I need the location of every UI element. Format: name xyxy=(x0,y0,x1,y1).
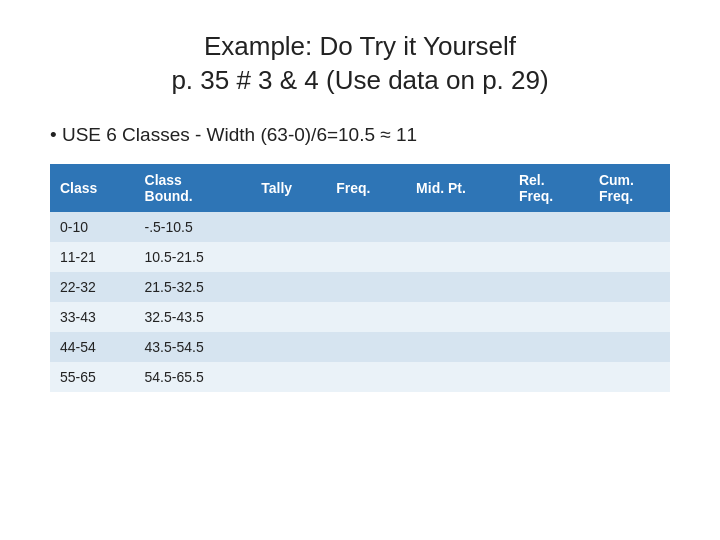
col-header-freq: Freq. xyxy=(326,164,406,212)
table-cell: 55-65 xyxy=(50,362,135,392)
title-block: Example: Do Try it Yourself p. 35 # 3 & … xyxy=(50,30,670,98)
table-cell xyxy=(589,362,670,392)
col-header-tally: Tally xyxy=(251,164,326,212)
table-cell xyxy=(406,332,509,362)
table-row: 22-3221.5-32.5 xyxy=(50,272,670,302)
table-row: 0-10-.5-10.5 xyxy=(50,212,670,242)
table-cell xyxy=(509,212,589,242)
title-line2: p. 35 # 3 & 4 (Use data on p. 29) xyxy=(171,65,548,95)
table-header-row: Class ClassBound. Tally Freq. Mid. Pt. R… xyxy=(50,164,670,212)
table-cell xyxy=(251,212,326,242)
table-cell xyxy=(251,362,326,392)
table-cell: 33-43 xyxy=(50,302,135,332)
table-cell xyxy=(326,362,406,392)
table-cell xyxy=(406,212,509,242)
table-cell xyxy=(406,272,509,302)
table-cell xyxy=(326,272,406,302)
table-row: 44-5443.5-54.5 xyxy=(50,332,670,362)
table-cell: 10.5-21.5 xyxy=(135,242,252,272)
main-title: Example: Do Try it Yourself p. 35 # 3 & … xyxy=(50,30,670,98)
table-cell xyxy=(406,362,509,392)
title-line1: Example: Do Try it Yourself xyxy=(204,31,516,61)
table-cell: 44-54 xyxy=(50,332,135,362)
table-cell: 21.5-32.5 xyxy=(135,272,252,302)
table-cell xyxy=(326,242,406,272)
table-cell xyxy=(589,212,670,242)
table-cell: 0-10 xyxy=(50,212,135,242)
col-header-class-bound: ClassBound. xyxy=(135,164,252,212)
table-cell: 43.5-54.5 xyxy=(135,332,252,362)
table-cell xyxy=(509,242,589,272)
table-row: 33-4332.5-43.5 xyxy=(50,302,670,332)
table-cell: 32.5-43.5 xyxy=(135,302,252,332)
table-cell xyxy=(589,242,670,272)
table-cell xyxy=(406,302,509,332)
data-table: Class ClassBound. Tally Freq. Mid. Pt. R… xyxy=(50,164,670,392)
table-cell xyxy=(509,362,589,392)
table-cell xyxy=(326,302,406,332)
table-cell xyxy=(251,332,326,362)
col-header-class: Class xyxy=(50,164,135,212)
table-cell xyxy=(251,242,326,272)
table-cell xyxy=(326,212,406,242)
table-cell: -.5-10.5 xyxy=(135,212,252,242)
col-header-mid-pt: Mid. Pt. xyxy=(406,164,509,212)
table-cell xyxy=(509,302,589,332)
table-row: 11-2110.5-21.5 xyxy=(50,242,670,272)
table-row: 55-6554.5-65.5 xyxy=(50,362,670,392)
table-cell xyxy=(589,272,670,302)
subtitle: • USE 6 Classes - Width (63-0)/6=10.5 ≈ … xyxy=(50,124,417,146)
table-cell: 11-21 xyxy=(50,242,135,272)
table-cell xyxy=(589,302,670,332)
page: Example: Do Try it Yourself p. 35 # 3 & … xyxy=(0,0,720,540)
table-cell xyxy=(251,272,326,302)
table-cell xyxy=(406,242,509,272)
table-cell: 54.5-65.5 xyxy=(135,362,252,392)
table-cell xyxy=(326,332,406,362)
table-cell: 22-32 xyxy=(50,272,135,302)
table-wrapper: Class ClassBound. Tally Freq. Mid. Pt. R… xyxy=(50,164,670,392)
col-header-cum-freq: Cum.Freq. xyxy=(589,164,670,212)
col-header-rel-freq: Rel.Freq. xyxy=(509,164,589,212)
table-cell xyxy=(589,332,670,362)
table-cell xyxy=(251,302,326,332)
table-cell xyxy=(509,272,589,302)
table-cell xyxy=(509,332,589,362)
